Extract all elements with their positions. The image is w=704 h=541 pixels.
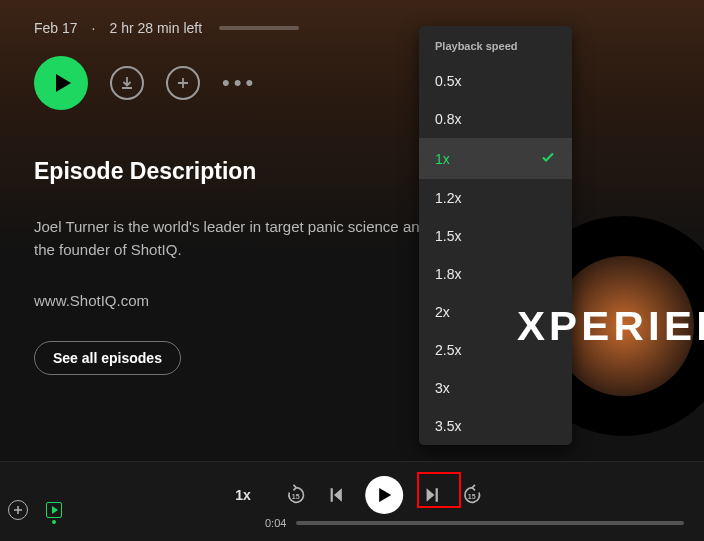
play-icon [379, 488, 391, 502]
meta-sep: · [92, 20, 96, 36]
menu-title: Playback speed [419, 26, 572, 62]
artwork-text: XPERIEN [517, 304, 704, 349]
elapsed-time: 0:04 [265, 517, 286, 529]
download-button[interactable] [110, 66, 144, 100]
speed-option-label: 2x [435, 304, 450, 320]
speed-button[interactable]: 1x [221, 481, 265, 509]
speed-option-label: 1.2x [435, 190, 461, 206]
previous-icon [327, 486, 345, 504]
speed-option-label: 2.5x [435, 342, 461, 358]
playback-speed-menu[interactable]: Playback speed 0.5x0.8x1x1.2x1.5x1.8x2x2… [419, 26, 572, 445]
speed-option-label: 3.5x [435, 418, 461, 434]
speed-option-1-8x[interactable]: 1.8x [419, 255, 572, 293]
play-pause-button[interactable] [365, 476, 403, 514]
download-icon [119, 75, 135, 91]
previous-track-button[interactable] [327, 486, 345, 504]
speed-option-0-8x[interactable]: 0.8x [419, 100, 572, 138]
plus-icon [13, 505, 23, 515]
timeline[interactable]: 0:04 [265, 517, 684, 529]
skip-back-icon [285, 484, 307, 506]
skip-back-15-button[interactable]: 15 [285, 484, 307, 506]
skip-forward-icon [461, 484, 483, 506]
speed-option-1x[interactable]: 1x [419, 138, 572, 179]
play-button[interactable] [34, 56, 88, 110]
see-all-episodes-button[interactable]: See all episodes [34, 341, 181, 375]
add-button[interactable] [166, 66, 200, 100]
speed-option-0-5x[interactable]: 0.5x [419, 62, 572, 100]
transport-controls: 1x 15 15 [221, 476, 483, 514]
episode-meta: Feb 17 · 2 hr 28 min left [34, 20, 670, 36]
more-options-button[interactable]: ••• [222, 70, 257, 96]
meta-remaining: 2 hr 28 min left [109, 20, 202, 36]
speed-option-label: 1.5x [435, 228, 461, 244]
queue-add-button[interactable] [8, 500, 28, 520]
speed-option-label: 1x [435, 151, 450, 167]
meta-date: Feb 17 [34, 20, 78, 36]
speed-option-label: 0.8x [435, 111, 461, 127]
next-icon [423, 486, 441, 504]
next-track-button[interactable] [423, 486, 441, 504]
now-playing-view-button[interactable] [46, 502, 62, 518]
section-title: Episode Description [34, 158, 670, 185]
speed-option-label: 1.8x [435, 266, 461, 282]
speed-option-3-5x[interactable]: 3.5x [419, 407, 572, 445]
speed-option-label: 0.5x [435, 73, 461, 89]
player-bar: 1x 15 15 0:04 [0, 461, 704, 541]
check-icon [540, 149, 556, 168]
speed-option-label: 3x [435, 380, 450, 396]
speed-option-1-5x[interactable]: 1.5x [419, 217, 572, 255]
plus-icon [175, 75, 191, 91]
episode-description: Joel Turner is the world's leader in tar… [34, 215, 434, 262]
speed-option-1-2x[interactable]: 1.2x [419, 179, 572, 217]
seek-bar[interactable] [296, 521, 684, 525]
play-icon [56, 74, 71, 92]
skip-forward-15-button[interactable]: 15 [461, 484, 483, 506]
episode-progress-bar [219, 26, 299, 30]
speed-option-3x[interactable]: 3x [419, 369, 572, 407]
